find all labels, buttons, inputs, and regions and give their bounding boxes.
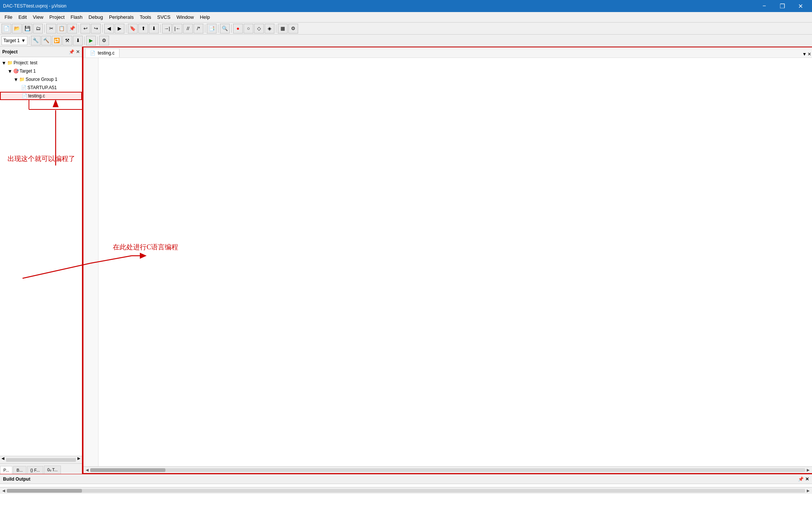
separator-t3 bbox=[97, 36, 98, 45]
menu-view[interactable]: View bbox=[30, 13, 46, 21]
open-file-button[interactable]: 📂 bbox=[12, 24, 22, 33]
tab-project[interactable]: P... bbox=[0, 466, 12, 474]
batch-build-button[interactable]: ⚒ bbox=[62, 36, 72, 46]
tab-functions[interactable]: {} F... bbox=[27, 466, 43, 474]
hscroll-left-arrow[interactable]: ◀ bbox=[84, 468, 90, 472]
save-button[interactable]: 💾 bbox=[23, 24, 32, 33]
tree-target1[interactable]: ▼ 🎯 Target 1 bbox=[0, 67, 82, 75]
menu-help[interactable]: Help bbox=[197, 13, 213, 21]
paste-button[interactable]: 📌 bbox=[67, 24, 77, 33]
build-output-content bbox=[0, 484, 812, 487]
separator8 bbox=[231, 24, 232, 33]
editor-horizontal-scrollbar[interactable]: ◀ ▶ bbox=[83, 466, 812, 473]
uncomment-button[interactable]: /* bbox=[194, 24, 203, 33]
flash-download-button[interactable]: ⬇ bbox=[73, 36, 83, 46]
menu-tools[interactable]: Tools bbox=[137, 13, 154, 21]
new-file-button[interactable]: 📄 bbox=[2, 24, 11, 33]
editor-tab-testing[interactable]: 📄 testing.c bbox=[85, 49, 120, 58]
editor-tab-dropdown[interactable]: ▼ bbox=[802, 52, 807, 57]
redo-button[interactable]: ↪ bbox=[91, 24, 101, 33]
wizard-button[interactable]: 🔧 bbox=[31, 36, 41, 46]
disable-bp-button[interactable]: ○ bbox=[244, 24, 253, 33]
target-label: Target 1 bbox=[20, 68, 36, 74]
toggle-bp-button[interactable]: ◈ bbox=[265, 24, 274, 33]
line-numbers bbox=[83, 58, 98, 466]
menu-flash[interactable]: Flash bbox=[68, 13, 86, 21]
comment-button[interactable]: // bbox=[183, 24, 193, 33]
unindent-button[interactable]: |← bbox=[173, 24, 182, 33]
breakpoint-button[interactable]: ● bbox=[233, 24, 243, 33]
project-close-icon[interactable]: ✕ bbox=[76, 49, 80, 55]
toolbar-row1: 📄 📂 💾 🗂 ✂ 📋 📌 ↩ ↪ ◀ ▶ 🔖 ⬆ ⬇ →| |← // /* … bbox=[0, 23, 812, 35]
editor-tab-list: 📄 testing.c bbox=[85, 49, 120, 58]
prev-bookmark-button[interactable]: ⬆ bbox=[138, 24, 148, 33]
menu-edit[interactable]: Edit bbox=[15, 13, 30, 21]
project-panel-scrollbar[interactable]: ◀ ▶ bbox=[0, 456, 82, 463]
hscroll-track[interactable] bbox=[90, 468, 805, 472]
bookmark-button[interactable]: 🔖 bbox=[128, 24, 138, 33]
indent-button[interactable]: →| bbox=[162, 24, 172, 33]
menu-file[interactable]: File bbox=[2, 13, 15, 21]
copy-button[interactable]: 📋 bbox=[57, 24, 67, 33]
nav-back-button[interactable]: ◀ bbox=[104, 24, 114, 33]
menu-peripherals[interactable]: Peripherals bbox=[106, 13, 137, 21]
close-button[interactable]: ✕ bbox=[792, 0, 809, 12]
tree-file-testing[interactable]: 📄 testing.c bbox=[0, 92, 82, 100]
minimize-button[interactable]: − bbox=[756, 0, 773, 12]
build-target-button[interactable]: 🔨 bbox=[41, 36, 51, 46]
build-output-panel: Build Output 📌 ✕ ◀ ▶ bbox=[0, 474, 812, 519]
find-button[interactable]: 🔍 bbox=[220, 24, 230, 33]
separator-t2 bbox=[84, 36, 85, 45]
separator6 bbox=[205, 24, 205, 33]
menu-svcs[interactable]: SVCS bbox=[154, 13, 173, 21]
build-close-icon[interactable]: ✕ bbox=[805, 477, 809, 482]
save-all-button[interactable]: 🗂 bbox=[33, 24, 43, 33]
editor-content[interactable] bbox=[83, 58, 812, 466]
editor-close-button[interactable]: ✕ bbox=[807, 52, 811, 57]
options-button[interactable]: ⚙ bbox=[99, 36, 109, 46]
scroll-right-arrow[interactable]: ▶ bbox=[76, 456, 82, 463]
tab-templates[interactable]: 0₀ T... bbox=[44, 466, 61, 474]
project-panel-title: Project bbox=[2, 49, 18, 55]
build-header-icons: 📌 ✕ bbox=[798, 477, 809, 482]
build-hscroll-right[interactable]: ▶ bbox=[805, 489, 811, 493]
undo-button[interactable]: ↩ bbox=[80, 24, 90, 33]
view-btn1[interactable]: ▦ bbox=[278, 24, 288, 33]
next-bookmark-button[interactable]: ⬇ bbox=[149, 24, 159, 33]
start-debug-button[interactable]: ▶ bbox=[86, 36, 96, 46]
nav-fwd-button[interactable]: ▶ bbox=[115, 24, 124, 33]
tab-books[interactable]: B... bbox=[13, 466, 26, 474]
code-area[interactable] bbox=[98, 58, 812, 466]
tree-file-startup[interactable]: 📄 STARTUP.A51 bbox=[0, 83, 82, 92]
scroll-left-arrow[interactable]: ◀ bbox=[0, 456, 6, 463]
hscroll-right-arrow[interactable]: ▶ bbox=[805, 468, 811, 472]
hscroll-thumb[interactable] bbox=[90, 468, 165, 472]
startup-file-icon: 📄 bbox=[21, 85, 27, 90]
tree-project-root[interactable]: ▼ 📁 Project: test bbox=[0, 59, 82, 67]
project-tree: ▼ 📁 Project: test ▼ 🎯 Target 1 ▼ 📁 Sourc… bbox=[0, 57, 82, 456]
target-icon: 🎯 bbox=[13, 68, 19, 74]
tab-file-label: testing.c bbox=[98, 50, 115, 56]
menu-debug[interactable]: Debug bbox=[86, 13, 106, 21]
menu-project[interactable]: Project bbox=[46, 13, 67, 21]
tree-source-group1[interactable]: ▼ 📁 Source Group 1 bbox=[0, 75, 82, 83]
rebuild-button[interactable]: 🔁 bbox=[52, 36, 62, 46]
clear-bp-button[interactable]: ◇ bbox=[254, 24, 264, 33]
open-docs-button[interactable]: 📑 bbox=[207, 24, 217, 33]
build-hscroll-thumb[interactable] bbox=[7, 489, 82, 493]
project-hscroll-track[interactable] bbox=[6, 458, 76, 462]
view-btn2[interactable]: ⚙ bbox=[288, 24, 298, 33]
build-hscroll-track[interactable] bbox=[7, 489, 805, 493]
cut-button[interactable]: ✂ bbox=[46, 24, 56, 33]
build-hscroll-left[interactable]: ◀ bbox=[1, 489, 7, 493]
project-pin-icon[interactable]: 📌 bbox=[69, 49, 74, 55]
menu-window[interactable]: Window bbox=[173, 13, 197, 21]
project-panel-icons: 📌 ✕ bbox=[69, 49, 80, 55]
testing-file-icon: 📄 bbox=[22, 93, 27, 99]
target-dropdown[interactable]: Target 1 ▼ bbox=[2, 36, 27, 45]
separator-t1 bbox=[29, 36, 29, 45]
work-area: Project 📌 ✕ ▼ 📁 Project: test ▼ 🎯 Target bbox=[0, 47, 812, 474]
build-pin-icon[interactable]: 📌 bbox=[798, 477, 804, 482]
maximize-button[interactable]: ❐ bbox=[774, 0, 791, 12]
build-horizontal-scrollbar[interactable]: ◀ ▶ bbox=[0, 487, 812, 494]
